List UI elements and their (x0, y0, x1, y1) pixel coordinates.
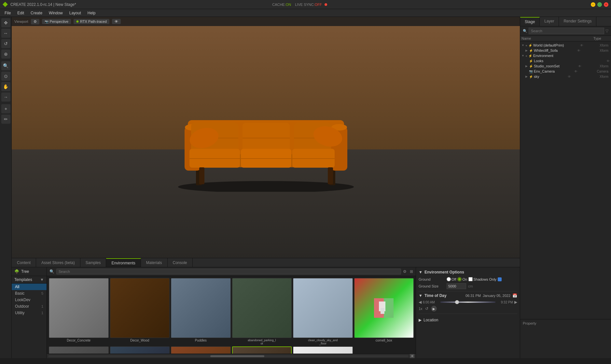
tab-materials[interactable]: Materials (141, 258, 168, 267)
ground-label: Ground (419, 277, 445, 281)
env-icon: ⚡ (528, 54, 532, 58)
sky-icon: ⚡ (529, 75, 533, 78)
grid-scroll-track[interactable] (48, 355, 409, 357)
tab-environments[interactable]: Environments (106, 258, 141, 267)
stage-tab-stage[interactable]: Stage (520, 17, 540, 26)
next-time-button[interactable]: ▶ (514, 300, 517, 304)
tool-scale[interactable]: ⊕ (1, 49, 10, 59)
templates-dropdown-icon[interactable]: ▼ (40, 277, 44, 282)
sofa-eye-icon[interactable]: 👁 (577, 49, 580, 52)
camera-eye-icon[interactable]: 👁 (574, 70, 577, 73)
loop-icon[interactable]: ↺ (425, 306, 428, 311)
collapse-icon[interactable]: ▼ (419, 270, 423, 274)
stage-tab-render-settings[interactable]: Render Settings (559, 17, 596, 26)
sofa-3d-render (152, 88, 380, 198)
tree-item-world[interactable]: ▼ ● ⚡ World (defaultPrim) 👁 Xform (520, 43, 611, 48)
rtx-button[interactable]: ⬟ RTX Path-traced (74, 19, 109, 24)
asset-thumb-white-void (293, 346, 353, 354)
asset-cloudy[interactable]: clean_cloudy_sky_and_floor (293, 278, 353, 345)
tool-fly[interactable]: → (1, 92, 10, 102)
tree-item-studio[interactable]: ▶ ⚡ Studio_roomSet 👁 Xform (520, 63, 611, 69)
world-eye-icon[interactable]: 👁 (580, 44, 583, 47)
asset-label-cornell: cornell_box (354, 339, 414, 342)
asset-decor-wood[interactable]: Decor_Wood (110, 278, 170, 345)
maximize-button[interactable]: □ (597, 2, 602, 7)
tool-camera[interactable]: 🔍 (1, 61, 10, 70)
menu-layout[interactable]: Layout (66, 10, 84, 16)
eye-button[interactable]: 👁 (112, 19, 121, 24)
tab-content[interactable]: Content (12, 258, 36, 267)
env-options-header: ▼ Environment Options (419, 270, 517, 274)
tab-console[interactable]: Console (168, 258, 193, 267)
category-utility[interactable]: Utility 1 (12, 310, 47, 316)
location-header[interactable]: ▶ Location (419, 316, 517, 324)
prev-time-button[interactable]: ◀ (419, 300, 422, 304)
close-button[interactable]: ✕ (604, 2, 608, 7)
tool-paint[interactable]: ✏ (1, 115, 10, 124)
tool-rotate[interactable]: ↺ (1, 39, 10, 48)
grid-view-icon[interactable]: ⊞ (410, 269, 413, 274)
time-slider[interactable] (440, 301, 495, 303)
category-lookdev[interactable]: LookDev (12, 297, 47, 303)
asset-studio-industrial[interactable]: studio_industrial (171, 346, 231, 354)
ground-off-option[interactable]: Off (447, 277, 456, 281)
asset-riser[interactable]: display_riser (110, 346, 170, 354)
category-outdoor[interactable]: Outdoor 1 (12, 303, 47, 310)
studio-eye-icon[interactable]: 👁 (578, 64, 581, 68)
tool-select[interactable]: ✥ (1, 18, 10, 27)
ground-on-option[interactable]: On (457, 277, 467, 281)
menu-window[interactable]: Window (46, 10, 66, 16)
asset-cornell[interactable]: cornell_box (354, 278, 414, 345)
content-search-input[interactable] (56, 269, 401, 274)
ground-on-radio[interactable] (457, 277, 462, 281)
templates-header: Templates ▼ (12, 276, 47, 284)
tree-item-looks[interactable]: ⚡ Looks 👁 (520, 58, 611, 63)
tod-collapse-icon[interactable]: ▼ (419, 293, 423, 298)
ground-on-label: On (462, 277, 467, 281)
menu-help[interactable]: Help (84, 10, 99, 16)
tree-item-sofa[interactable]: ▶ ⚡ Whitecliff_Sofa 👁 Xform (520, 48, 611, 53)
property-title: Property (523, 321, 608, 325)
menu-edit[interactable]: Edit (14, 10, 27, 16)
category-all[interactable]: All (12, 284, 47, 290)
tool-pan[interactable]: ✋ (1, 82, 10, 91)
ground-off-radio[interactable] (447, 277, 451, 281)
calendar-icon[interactable]: 📅 (512, 293, 517, 298)
tool-brush[interactable]: ⌖ (1, 104, 10, 113)
asset-studio-industrial2[interactable]: studio_industrial_2 (232, 346, 292, 354)
stage-filter-icon[interactable]: ▽ (605, 29, 608, 33)
menu-file[interactable]: File (1, 10, 14, 16)
perspective-button[interactable]: 📷 Perspective (42, 19, 71, 24)
svg-rect-19 (292, 149, 335, 168)
viewport-settings-button[interactable]: ⚙ (31, 19, 39, 24)
minimize-button[interactable]: ─ (591, 2, 595, 7)
stage-tab-layer[interactable]: Layer (540, 17, 559, 26)
asset-puddles[interactable]: Puddles (171, 278, 231, 345)
tab-asset-stores[interactable]: Asset Stores (beta) (36, 258, 80, 267)
looks-eye-icon[interactable]: 👁 (606, 59, 610, 63)
stage-search-input[interactable] (529, 28, 604, 34)
ground-size-input[interactable] (447, 283, 466, 289)
tab-samples[interactable]: Samples (80, 258, 106, 267)
shadows-only-option[interactable]: Shadows Only (468, 277, 496, 281)
play-button[interactable]: ▶ (431, 306, 437, 312)
tree-item-sky[interactable]: ▶ ⚡ sky 👁 Xform (520, 74, 611, 79)
shadows-only-checkbox[interactable] (468, 277, 473, 281)
sky-eye-icon[interactable]: 👁 (568, 75, 571, 78)
menu-create[interactable]: Create (27, 10, 46, 16)
tree-item-camera[interactable]: 📷 Env_Camera 👁 Camera (520, 69, 611, 74)
tool-move[interactable]: ↔ (1, 29, 10, 38)
left-toolbar: ✥ ↔ ↺ ⊕ 🔍 ⊙ ✋ → ⌖ ✏ (0, 17, 12, 358)
divider2 (419, 314, 517, 314)
settings-icon[interactable]: ⚙ (403, 269, 407, 274)
asset-white-void[interactable]: white_void (293, 346, 353, 354)
asset-parking[interactable]: abandoned_parking_lot (232, 278, 292, 345)
color-swatch[interactable] (498, 277, 502, 281)
tree-item-environment[interactable]: ▼ ● ⚡ Environment (520, 53, 611, 58)
asset-decor-concrete[interactable]: Decor_Concrete (49, 278, 109, 345)
asset-pedestal[interactable]: display_pedestal (49, 346, 109, 354)
tool-orbit[interactable]: ⊙ (1, 72, 10, 81)
grid-view-button[interactable]: ⊞ (410, 354, 414, 358)
category-basic[interactable]: Basic 5 (12, 290, 47, 297)
time-thumb[interactable] (455, 300, 459, 304)
